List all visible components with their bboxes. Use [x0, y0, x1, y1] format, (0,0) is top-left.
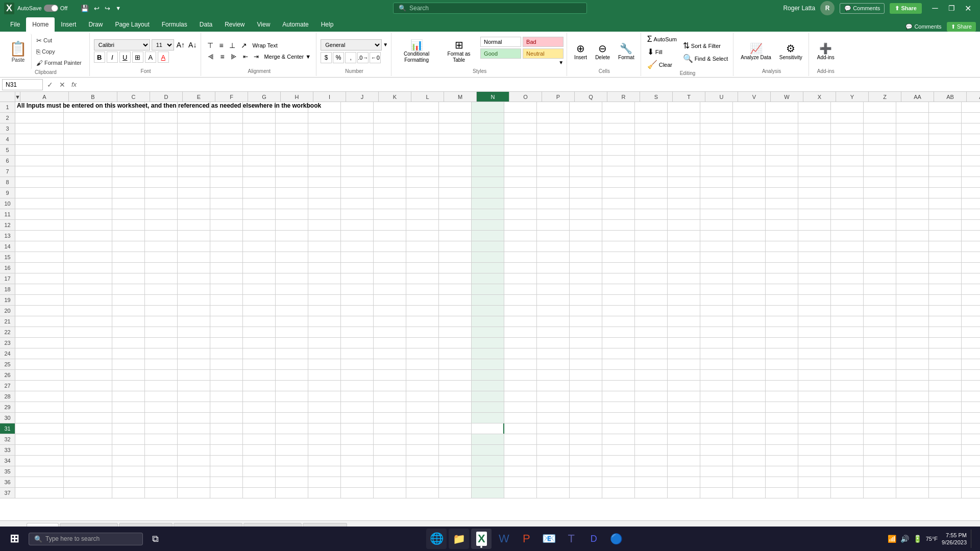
cell[interactable] — [668, 145, 700, 155]
cell[interactable] — [635, 113, 668, 123]
cell[interactable] — [602, 231, 635, 241]
cell[interactable] — [145, 273, 178, 284]
cell[interactable] — [406, 381, 439, 391]
cell[interactable] — [64, 113, 112, 123]
cell[interactable] — [864, 338, 896, 348]
number-format-select[interactable]: General — [321, 39, 382, 51]
cell[interactable] — [15, 434, 64, 444]
cell[interactable] — [472, 188, 504, 198]
col-header-C[interactable]: C — [117, 92, 150, 102]
cell[interactable] — [308, 359, 341, 369]
cell[interactable] — [178, 348, 210, 359]
cell[interactable] — [798, 359, 831, 369]
cell[interactable] — [406, 348, 439, 359]
cell[interactable] — [210, 198, 243, 209]
cell[interactable] — [864, 123, 896, 134]
cell[interactable] — [374, 402, 406, 412]
cell[interactable] — [537, 488, 570, 498]
cell[interactable] — [145, 423, 178, 434]
cell[interactable] — [64, 284, 112, 294]
cell[interactable] — [668, 134, 700, 144]
cell[interactable] — [864, 316, 896, 327]
cell[interactable] — [537, 477, 570, 487]
cell[interactable] — [733, 466, 766, 477]
cell[interactable] — [178, 241, 210, 252]
cell[interactable] — [733, 188, 766, 198]
cell[interactable] — [831, 220, 864, 230]
cell[interactable] — [15, 231, 64, 241]
cell[interactable] — [929, 273, 962, 284]
cell[interactable] — [570, 477, 602, 487]
cell[interactable] — [962, 477, 980, 487]
cell[interactable] — [602, 338, 635, 348]
cell[interactable] — [602, 145, 635, 155]
row-number[interactable]: 28 — [0, 391, 15, 402]
cell[interactable] — [145, 177, 178, 187]
cell[interactable] — [798, 295, 831, 305]
cell[interactable] — [472, 102, 504, 112]
cell[interactable] — [864, 370, 896, 380]
cell[interactable] — [700, 231, 733, 241]
cell[interactable] — [537, 209, 570, 219]
cell[interactable] — [64, 391, 112, 402]
cell[interactable] — [831, 241, 864, 252]
cell[interactable] — [864, 402, 896, 412]
cell[interactable] — [635, 198, 668, 209]
cell[interactable] — [178, 445, 210, 455]
orientation-button[interactable]: ↗ — [239, 40, 249, 51]
cell[interactable] — [700, 273, 733, 284]
cell[interactable] — [341, 166, 374, 177]
cell[interactable] — [15, 348, 64, 359]
cell[interactable] — [929, 402, 962, 412]
cell[interactable] — [112, 188, 145, 198]
taskbar-word[interactable]: W — [494, 529, 514, 549]
cell[interactable] — [798, 273, 831, 284]
cell[interactable] — [700, 123, 733, 134]
cell[interactable] — [243, 241, 276, 252]
cell[interactable] — [374, 456, 406, 466]
cell[interactable] — [341, 316, 374, 327]
cell[interactable] — [896, 166, 929, 177]
cell[interactable] — [504, 391, 537, 402]
cell[interactable] — [341, 284, 374, 294]
cell[interactable] — [831, 413, 864, 423]
cell[interactable] — [733, 252, 766, 262]
cell[interactable] — [243, 327, 276, 337]
cell[interactable] — [831, 348, 864, 359]
cell[interactable] — [798, 423, 831, 434]
cell[interactable] — [733, 295, 766, 305]
cell[interactable] — [864, 445, 896, 455]
cell[interactable] — [439, 338, 472, 348]
row-number[interactable]: 35 — [0, 466, 15, 477]
cell[interactable] — [341, 252, 374, 262]
cell[interactable] — [766, 359, 798, 369]
cell[interactable] — [766, 273, 798, 284]
cell[interactable] — [15, 391, 64, 402]
cell[interactable] — [929, 391, 962, 402]
cell[interactable] — [602, 359, 635, 369]
cell[interactable] — [896, 402, 929, 412]
cell[interactable] — [374, 188, 406, 198]
cell[interactable] — [243, 423, 276, 434]
cell[interactable] — [439, 423, 472, 434]
cell[interactable] — [276, 423, 308, 434]
cell[interactable] — [733, 102, 766, 112]
cell[interactable] — [962, 123, 980, 134]
cell[interactable] — [15, 466, 64, 477]
cell[interactable] — [733, 456, 766, 466]
cell[interactable] — [570, 263, 602, 273]
cell[interactable] — [439, 477, 472, 487]
decrease-font-button[interactable]: A↓ — [187, 40, 198, 50]
cell[interactable] — [504, 113, 537, 123]
cell[interactable] — [210, 327, 243, 337]
cell[interactable] — [766, 156, 798, 166]
cell[interactable] — [374, 445, 406, 455]
taskbar-chrome[interactable]: 🔵 — [606, 529, 626, 549]
cell[interactable] — [733, 113, 766, 123]
autosum-button[interactable]: Σ AutoSum — [645, 34, 679, 45]
formula-fx-icon[interactable]: fx — [69, 81, 79, 88]
cell[interactable] — [504, 456, 537, 466]
cell[interactable] — [145, 284, 178, 294]
cell[interactable] — [178, 456, 210, 466]
cell[interactable] — [341, 263, 374, 273]
